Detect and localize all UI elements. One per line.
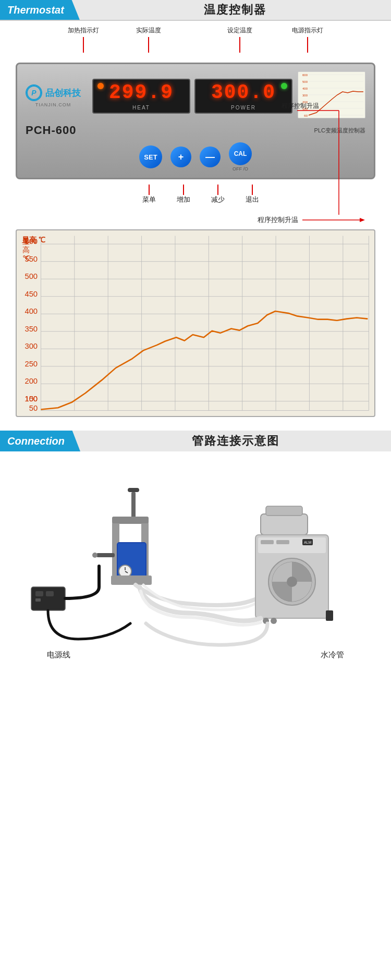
actual-temp-value: 299.9 — [109, 83, 174, 103]
label-heating: 加热指示灯 — [68, 25, 99, 53]
svg-point-83 — [287, 577, 297, 587]
bottom-labels: 电源线 水冷管 — [16, 650, 375, 660]
svg-text:ALM: ALM — [304, 541, 312, 544]
logo-sub: TIANJIN.COM — [35, 102, 71, 107]
label-increase: 增加 — [177, 195, 190, 204]
connection-en-label: Connection — [0, 431, 80, 451]
plus-button-col: + — [170, 146, 191, 167]
cal-button-col: CAL OFF /O — [229, 142, 252, 172]
svg-text:℃: ℃ — [22, 254, 31, 262]
minus-button-col: — — [200, 146, 221, 167]
plus-button[interactable]: + — [170, 146, 191, 167]
label-decrease: 减少 — [211, 195, 225, 204]
decrease-line — [217, 185, 218, 195]
power-indicator-dot — [281, 83, 287, 89]
model-row: PCH-600 PLC变频温度控制器 — [26, 124, 365, 137]
label-decrease-col: 减少 — [211, 185, 225, 204]
logo-brand: P 品创科技 — [26, 84, 81, 101]
header-banner: Thermostat 温度控制器 — [0, 0, 391, 21]
svg-rect-71 — [96, 553, 115, 557]
svg-text:程序控制升温: 程序控制升温 — [282, 102, 319, 109]
svg-rect-70 — [111, 575, 152, 585]
logo-text: 品创科技 — [45, 87, 81, 99]
buttons-row: SET + — CAL OFF /O — [26, 139, 365, 173]
thermostat-section: 加热指示灯 实际温度 设定温度 电源指示灯 — [0, 21, 391, 225]
svg-text:600: 600 — [302, 74, 308, 77]
svg-rect-59 — [46, 591, 54, 596]
plc-label: PLC变频温度控制器 — [314, 127, 365, 134]
svg-text:400: 400 — [25, 307, 38, 315]
label-exit: 退出 — [246, 195, 259, 204]
heat-indicator-dot — [97, 83, 104, 89]
svg-rect-61 — [128, 488, 139, 492]
power-label: POWER — [231, 105, 256, 111]
connection-zh-title: 管路连接示意图 — [80, 433, 391, 449]
connection-diagram: ALM 电源线 水冷管 — [16, 462, 375, 660]
display-setpoint: 300.0 POWER — [194, 79, 292, 114]
cal-button[interactable]: CAL — [229, 142, 252, 165]
svg-text:500: 500 — [25, 272, 38, 280]
program-annotation-area: 程序控制升温 — [16, 204, 375, 220]
svg-text:250: 250 — [25, 360, 38, 368]
label-water: 水冷管 — [321, 650, 344, 660]
header-en-label: Thermostat — [0, 0, 80, 20]
svg-rect-78 — [276, 540, 289, 544]
svg-point-86 — [271, 618, 277, 624]
svg-text:300: 300 — [25, 342, 38, 350]
display-actual: 299.9 HEAT — [92, 79, 190, 114]
chart-svg: 600 550 500 450 400 350 300 250 200 150 — [17, 230, 374, 416]
heat-label: HEAT — [132, 105, 150, 111]
label-power: 电源线 — [47, 650, 70, 660]
increase-line — [183, 185, 184, 195]
minus-button[interactable]: — — [200, 146, 221, 167]
svg-text:60: 60 — [304, 114, 308, 117]
connection-banner: Connection 管路连接示意图 — [0, 431, 391, 451]
svg-rect-84 — [326, 610, 333, 621]
menu-line — [149, 185, 150, 195]
set-button-col: SET — [139, 145, 162, 168]
svg-rect-74 — [266, 506, 302, 516]
svg-text:400: 400 — [302, 87, 308, 90]
svg-text:200: 200 — [25, 377, 38, 385]
off-io-label: OFF /O — [233, 166, 248, 172]
svg-rect-62 — [131, 492, 136, 518]
connection-section: ALM 电源线 水冷管 — [0, 451, 391, 665]
mini-chart: 600 500 400 300 200 100 60 — [298, 71, 365, 120]
label-exit-col: 退出 — [246, 185, 259, 204]
svg-text:P: P — [31, 89, 36, 97]
label-menu-col: 菜单 — [142, 185, 156, 204]
logo-area: P 品创科技 TIANJIN.COM — [26, 84, 81, 107]
svg-text:显: 显 — [22, 238, 30, 246]
exit-line — [252, 185, 253, 195]
svg-rect-58 — [35, 591, 43, 596]
svg-rect-73 — [261, 514, 308, 535]
labels-above-area: 加热指示灯 实际温度 设定温度 电源指示灯 — [16, 21, 375, 63]
label-increase-col: 增加 — [177, 185, 190, 204]
label-setpoint-temp: 设定温度 — [227, 25, 252, 53]
svg-text:350: 350 — [25, 325, 38, 333]
header-zh-title: 温度控制器 — [80, 2, 391, 18]
connection-illustration: ALM — [16, 462, 375, 660]
label-menu: 菜单 — [142, 195, 156, 204]
model-name: PCH-600 — [26, 124, 76, 137]
label-power-indicator: 电源指示灯 — [292, 25, 323, 53]
setpoint-temp-value: 300.0 — [211, 83, 276, 103]
set-button[interactable]: SET — [139, 145, 162, 168]
chart-box: 显高 ℃ 600 550 500 450 400 350 300 250 200… — [16, 229, 375, 417]
svg-text:50: 50 — [29, 404, 38, 412]
svg-text:高: 高 — [22, 246, 30, 254]
program-annotation-svg: 程序控制升温 — [16, 204, 375, 220]
display-area: 299.9 HEAT 300.0 POWER — [92, 79, 292, 114]
svg-text:500: 500 — [302, 80, 308, 83]
chart-section: 显高 ℃ 600 550 500 450 400 350 300 250 200… — [0, 226, 391, 425]
svg-point-72 — [92, 553, 97, 558]
label-actual-temp: 实际温度 — [136, 25, 161, 53]
button-labels: 菜单 增加 减少 退出 — [16, 179, 375, 204]
device-body: P 品创科技 TIANJIN.COM 299.9 HEAT — [16, 63, 375, 179]
device-wrapper: P 品创科技 TIANJIN.COM 299.9 HEAT — [0, 63, 391, 220]
svg-text:100: 100 — [25, 395, 38, 403]
svg-rect-76 — [258, 537, 326, 553]
logo-icon: P — [26, 84, 42, 101]
svg-text:300: 300 — [302, 94, 308, 97]
svg-rect-77 — [261, 540, 274, 544]
